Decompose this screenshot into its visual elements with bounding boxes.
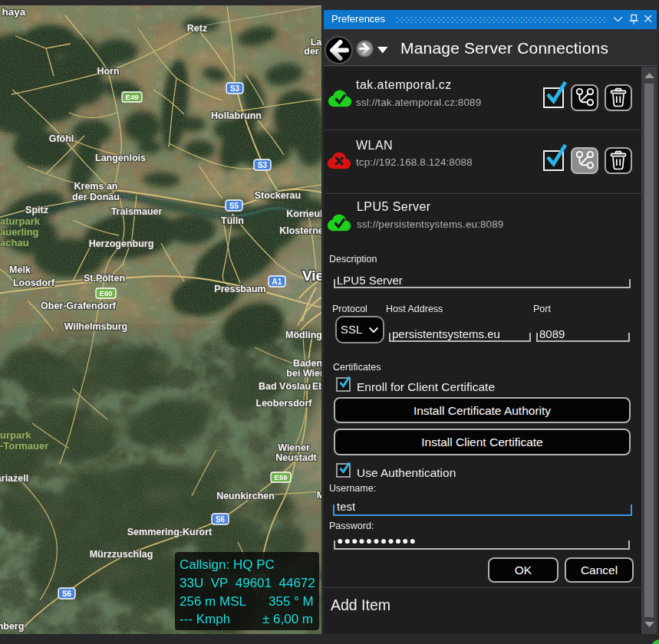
svg-text:Klosterne: Klosterne [279,225,321,236]
svg-text:E59: E59 [275,473,288,481]
svg-text:Herzogenburg: Herzogenburg [89,238,154,249]
svg-text:Langenlois: Langenlois [95,153,146,163]
svg-text:Stockerau: Stockerau [255,190,301,201]
svg-text:Bad Vöslau: Bad Vöslau [259,381,311,392]
svg-text:Baden: Baden [293,358,321,369]
svg-text:Korneub: Korneub [286,209,321,219]
svg-text:haya: haya [2,6,26,18]
svg-text:S6: S6 [62,590,72,598]
svg-text:Spitz: Spitz [25,205,48,215]
svg-text:E60: E60 [100,289,113,297]
svg-text:Horn: Horn [97,66,119,77]
svg-text:Loosdorf: Loosdorf [13,278,55,288]
svg-text:S3: S3 [230,84,240,93]
svg-text:A1: A1 [272,278,282,286]
svg-text:Vie: Vie [302,268,321,284]
svg-text:nberg: nberg [0,621,24,632]
svg-text:Krems an: Krems an [74,181,118,192]
svg-text:Mürzzuschlag: Mürzzuschlag [90,549,153,560]
svg-text:Tülln: Tülln [221,215,244,226]
svg-text:ariazell: ariazell [0,473,28,484]
svg-text:Semmering-Kurort: Semmering-Kurort [127,527,213,537]
svg-text:bei Wien: bei Wien [286,368,321,379]
svg-text:S6: S6 [216,515,226,524]
svg-text:der Donau: der Donau [72,192,120,202]
svg-text:aturpark: aturpark [0,215,41,227]
svg-text:Traismauer: Traismauer [111,206,163,217]
svg-text:Wilhelmsburg: Wilhelmsburg [64,321,128,332]
svg-text:E49: E49 [126,93,139,101]
svg-text:Pressbaum: Pressbaum [214,284,265,294]
svg-text:Melk: Melk [9,264,31,275]
svg-text:-Tormauer: -Tormauer [0,440,48,452]
svg-text:S5: S5 [229,202,239,210]
svg-text:St.Pölten: St.Pölten [84,273,125,284]
svg-text:Hollabrunn: Hollabrunn [211,110,262,121]
svg-text:Retz: Retz [187,23,207,34]
svg-text:Wiener: Wiener [278,442,310,453]
svg-text:Neunkirchen: Neunkirchen [216,491,275,501]
svg-text:Eb: Eb [312,381,321,392]
svg-text:auerling: auerling [0,226,39,238]
svg-text:achau: achau [0,237,29,248]
svg-text:S3: S3 [258,161,268,169]
svg-text:Ober-Grafendorf: Ober-Grafendorf [41,301,117,311]
svg-text:Gföhl: Gföhl [49,133,74,144]
svg-text:Neustadt: Neustadt [275,452,317,463]
svg-text:urpark: urpark [0,429,31,441]
svg-text:Mödling: Mödling [285,330,321,340]
svg-text:Leobersdorf: Leobersdorf [256,398,313,409]
svg-text:der: der [304,46,319,57]
